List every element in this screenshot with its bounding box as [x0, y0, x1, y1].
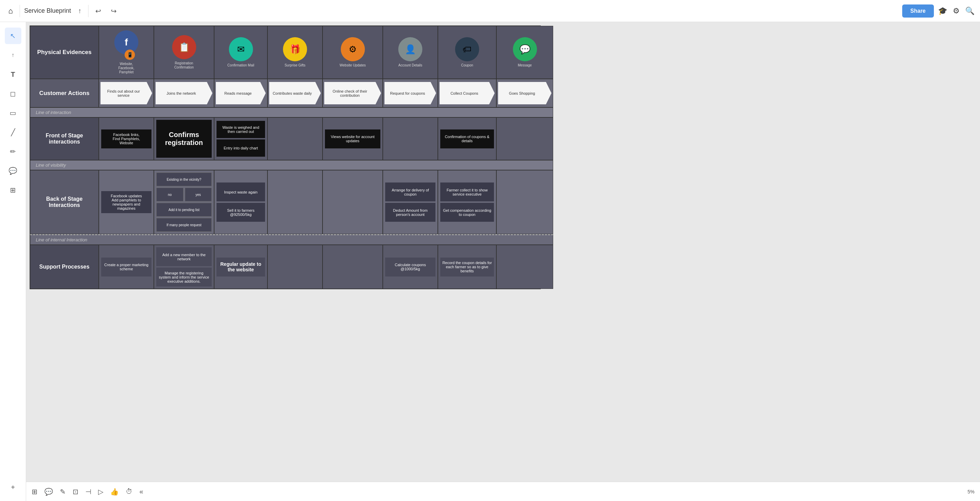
fos-box-7: Confirmation of coupons & details [440, 129, 494, 148]
line-tool[interactable]: ╱ [5, 124, 21, 140]
sp-col8 [496, 245, 553, 289]
bos-box-3a: Inspect waste again [216, 183, 265, 202]
settings-icon[interactable]: ⚙ [953, 6, 960, 16]
account-icon: 👤 [398, 37, 422, 61]
ca-col4: Contributes waste daily [267, 79, 323, 107]
grid-bottom-icon[interactable]: ⊞ [32, 488, 38, 496]
pe-label-6: Account Details [398, 64, 422, 67]
topbar-divider2 [88, 5, 89, 17]
ca-col1: Finds out about our service [99, 79, 154, 107]
rectangle-tool[interactable]: ▭ [5, 105, 21, 121]
pe-label-8: Message [518, 64, 532, 67]
graduation-icon[interactable]: 🎓 [938, 6, 947, 16]
upload-button[interactable]: ↑ [75, 4, 84, 17]
pe-col6: 👤 Account Details [383, 26, 438, 79]
website-icon: ⚙ [341, 37, 365, 61]
ca-arrow-1: Finds out about our service [100, 82, 152, 104]
line-internal-divider: Line of internal Interaction [30, 234, 553, 245]
bos-box-6b: Deduct Amount from person's account [385, 203, 436, 222]
coupon-icon: 🏷 [455, 37, 479, 61]
fos-col6 [383, 118, 438, 160]
bos-flow-3: If many people request [156, 218, 212, 232]
bos-box-3b: Sell it to farmers@92500/5kg [216, 203, 265, 222]
bos-col2: Existing in the vicinity? no yes Add it … [154, 170, 214, 234]
ca-label: Customer Actions [30, 79, 99, 107]
zoom-level: 5% [967, 489, 975, 495]
pencil-tool[interactable]: ✏ [5, 143, 21, 160]
bos-col1: Facebook updatesAdd pamphlets to newspap… [99, 170, 154, 234]
frame-bottom-icon[interactable]: ⊡ [73, 488, 78, 496]
sp-col6: Calculate coupons@1000/5kg [383, 245, 438, 289]
fos-col2: Confirmsregistration [154, 118, 214, 160]
bubble-bottom-icon[interactable]: 💬 [45, 488, 53, 496]
bos-box-7b: Get compensation according to coupon [440, 203, 494, 222]
ca-arrow-8: Goes Shopping [498, 82, 552, 104]
sp-box-1: Create a proper marketing scheme [101, 258, 151, 277]
ca-arrow-2: Joins the network [156, 82, 212, 104]
ca-arrow-4: Contributes waste daily [269, 82, 321, 104]
cursor-tool[interactable]: ↖ [5, 27, 21, 44]
registration-icon: 📋 [172, 35, 196, 59]
redo-button[interactable]: ↪ [108, 4, 119, 18]
topbar: ⌂ Service Blueprint ↑ ↩ ↪ Share 🎓 ⚙ 🔍 [0, 0, 980, 22]
fos-col4 [267, 118, 323, 160]
home-button[interactable]: ⌂ [5, 4, 16, 18]
ca-col3: Reads message [214, 79, 267, 107]
share-button[interactable]: Share [902, 5, 934, 17]
fos-box-5: Views website for account updates [325, 129, 380, 148]
bos-col3: Inspect waste again Sell it to farmers@9… [214, 170, 267, 234]
ca-arrow-5: Online check of their contribution [324, 82, 381, 104]
link-bottom-icon[interactable]: ⊣ [85, 488, 91, 496]
ca-arrow-7: Collect Coupons [439, 82, 495, 104]
bos-col6: Arrange for delivery of coupon Deduct Am… [383, 170, 438, 234]
ca-col6: Request for coupons [383, 79, 438, 107]
fos-box-2: Confirmsregistration [156, 120, 212, 158]
play-bottom-icon[interactable]: ▷ [98, 488, 103, 496]
fos-box-3a: Waste is weighed and then carried out [216, 121, 265, 138]
pe-label-5: Website Updates [340, 64, 366, 67]
pe-label: Physical Evidences [30, 26, 99, 79]
ca-col5: Online check of their contribution [323, 79, 383, 107]
add-tool[interactable]: + [5, 479, 21, 496]
timer-bottom-icon[interactable]: ⏱ [126, 488, 132, 496]
pe-label-3: Confirmation Mail [228, 64, 255, 67]
ca-col2: Joins the network [154, 79, 214, 107]
pe-label-2: Registration Confirmation [169, 61, 199, 70]
collapse-bottom-icon[interactable]: « [139, 488, 143, 496]
sp-box-3: Regular update to the website [216, 258, 265, 277]
bos-col5 [323, 170, 383, 234]
sp-box-2b: Manage the registering system and inform… [156, 267, 212, 286]
bottom-bar: ⊞ 💬 ✎ ⊡ ⊣ ▷ 👍 ⏱ « 5% [26, 482, 980, 501]
fos-col3: Waste is weighed and then carried out En… [214, 118, 267, 160]
bos-box-6a: Arrange for delivery of coupon [385, 183, 436, 202]
mail-icon: ✉ [229, 37, 253, 61]
bos-flow-yes: yes [185, 188, 212, 202]
bos-flow-1: Existing in the vicinity? [156, 172, 212, 186]
sp-col4 [267, 245, 323, 289]
left-toolbar: ↖ ↑ T ◻ ▭ ╱ ✏ 💬 ⊞ + [0, 22, 26, 501]
search-icon[interactable]: 🔍 [965, 6, 975, 16]
sp-label: Support Processes [30, 245, 99, 289]
frame-tool[interactable]: ⊞ [5, 182, 21, 198]
canvas[interactable]: Physical Evidences f 📱 Website, Facebook… [26, 22, 980, 482]
pe-col5: ⚙ Website Updates [323, 26, 383, 79]
upload-tool[interactable]: ↑ [5, 47, 21, 64]
text-tool[interactable]: T [5, 66, 21, 83]
line-interaction-divider: Line of interaction [30, 107, 553, 118]
comment-tool[interactable]: 💬 [5, 162, 21, 179]
bos-box-7a: Farmer collect it to show service execut… [440, 183, 494, 202]
comment-bottom-icon[interactable]: ✎ [60, 488, 66, 496]
note-tool[interactable]: ◻ [5, 85, 21, 102]
sp-box-6: Calculate coupons@1000/5kg [385, 258, 436, 277]
pe-col2: 📋 Registration Confirmation [154, 26, 214, 79]
pe-col8: 💬 Message [496, 26, 553, 79]
ca-col8: Goes Shopping [496, 79, 553, 107]
sp-col7: Record the coupon details for each farme… [438, 245, 496, 289]
undo-button[interactable]: ↩ [92, 4, 104, 18]
bos-box-1: Facebook updatesAdd pamphlets to newspap… [101, 191, 151, 213]
pe-col3: ✉ Confirmation Mail [214, 26, 267, 79]
fos-label: Front of Stage interactions [30, 118, 99, 160]
fos-col5: Views website for account updates [323, 118, 383, 160]
like-bottom-icon[interactable]: 👍 [110, 488, 119, 496]
bos-flow-no: no [156, 188, 183, 202]
